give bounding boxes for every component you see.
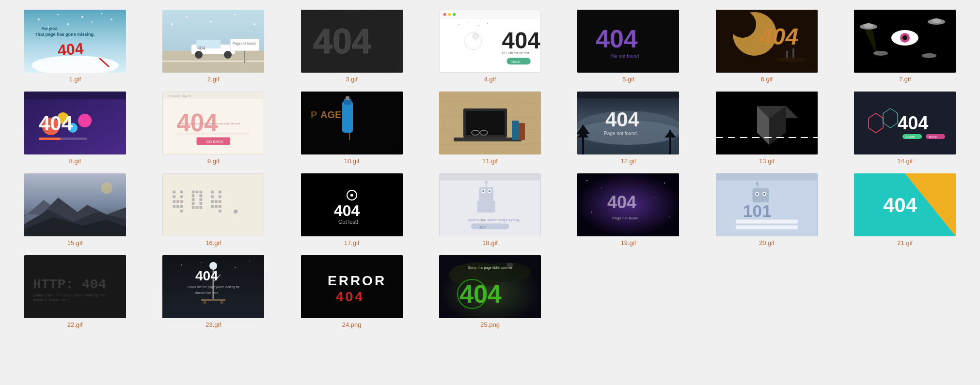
thumbnail-23[interactable]: 404 Looks like the page you're looking f… bbox=[162, 255, 264, 318]
list-item[interactable]: 404 404 3.gif bbox=[286, 10, 417, 83]
svg-point-42 bbox=[458, 24, 459, 25]
thumbnail-14[interactable]: 404 HOME BACK bbox=[854, 92, 956, 154]
list-item[interactable]: 404 21.gif bbox=[840, 173, 970, 246]
thumbnail-1[interactable]: 404 Aw jeez. That page has gone missing. bbox=[24, 10, 126, 73]
thumbnail-10[interactable]: AGE P bbox=[301, 92, 403, 154]
svg-point-221 bbox=[181, 264, 182, 265]
svg-rect-155 bbox=[192, 198, 195, 201]
svg-point-26 bbox=[186, 16, 188, 18]
svg-point-207 bbox=[763, 193, 765, 195]
thumbnail-24[interactable]: ERROR 404 bbox=[301, 255, 403, 318]
svg-text:404: 404 bbox=[334, 202, 360, 219]
svg-point-38 bbox=[453, 13, 456, 16]
thumbnail-15[interactable] bbox=[24, 173, 126, 236]
list-item[interactable]: 404 8.gif bbox=[10, 92, 140, 165]
list-item[interactable]: 404 HOME BACK 14.gif bbox=[840, 92, 970, 165]
svg-point-75 bbox=[78, 114, 92, 127]
svg-rect-191 bbox=[471, 223, 509, 229]
thumbnail-3[interactable]: 404 404 bbox=[301, 10, 403, 73]
thumbnail-17[interactable]: 404 Got lost! bbox=[301, 173, 403, 236]
svg-rect-145 bbox=[180, 195, 183, 198]
list-item[interactable]: 404 Got lost! 17.gif bbox=[286, 173, 417, 246]
list-item[interactable]: 11.gif bbox=[425, 92, 555, 165]
svg-rect-212 bbox=[736, 225, 798, 229]
list-item[interactable]: Seems like something's wrong 404 18.gif bbox=[425, 173, 555, 246]
thumbnail-12[interactable]: 404 Page not found bbox=[577, 92, 679, 154]
thumbnail-7[interactable] bbox=[854, 10, 956, 73]
svg-text:Home: Home bbox=[511, 60, 521, 63]
thumbnail-5[interactable]: 404 file not found bbox=[577, 10, 679, 73]
list-item[interactable]: HTTP: 404 Looks like the page your looki… bbox=[10, 255, 140, 328]
thumbnail-8[interactable]: 404 bbox=[24, 92, 126, 154]
list-item[interactable]: 404 Page not found 12.gif bbox=[563, 92, 694, 165]
file-label: 19.gif bbox=[621, 239, 636, 246]
thumbnail-6[interactable]: 404 bbox=[716, 10, 818, 73]
list-item[interactable]: 404 Page not found 19.gif bbox=[563, 173, 694, 246]
svg-rect-168 bbox=[219, 195, 221, 198]
svg-rect-154 bbox=[200, 194, 203, 197]
svg-rect-88 bbox=[342, 101, 353, 133]
thumbnail-21[interactable]: 404 bbox=[854, 173, 956, 236]
list-item[interactable]: 15.gif bbox=[10, 173, 140, 246]
svg-point-45 bbox=[487, 23, 488, 24]
svg-point-41 bbox=[473, 33, 479, 39]
svg-rect-142 bbox=[173, 205, 175, 208]
svg-text:404: 404 bbox=[459, 280, 502, 308]
svg-point-7 bbox=[91, 21, 93, 23]
svg-text:404: 404 bbox=[883, 194, 917, 216]
list-item[interactable]: 404 Aw jeez. That page has gone missing.… bbox=[10, 10, 140, 83]
thumbnail-20[interactable]: 101 bbox=[716, 173, 818, 236]
svg-rect-153 bbox=[192, 194, 195, 197]
svg-point-185 bbox=[489, 190, 490, 192]
thumbnail-4[interactable]: 404 UH Oh! You're lost. Home bbox=[439, 10, 541, 73]
svg-text:404 error... something went wr: 404 error... something went wrong with t… bbox=[180, 122, 240, 125]
file-label: 11.gif bbox=[482, 157, 498, 165]
svg-text:404: 404 bbox=[605, 108, 640, 131]
svg-point-19 bbox=[195, 51, 203, 59]
svg-rect-140 bbox=[173, 195, 175, 198]
svg-rect-151 bbox=[196, 190, 199, 193]
svg-rect-141 bbox=[173, 200, 175, 203]
svg-point-2 bbox=[57, 14, 59, 15]
thumbnail-9[interactable]: 404 Error Page #2 404 GO BACK 404 error.… bbox=[162, 92, 264, 154]
svg-rect-172 bbox=[215, 200, 218, 203]
svg-rect-104 bbox=[519, 123, 525, 140]
list-item[interactable]: 16.gif bbox=[148, 173, 278, 246]
svg-text:404: 404 bbox=[759, 24, 798, 49]
list-item[interactable]: 101 20.gif bbox=[701, 173, 832, 246]
list-item[interactable]: AGE P 10.gif bbox=[286, 92, 417, 165]
thumbnail-16[interactable] bbox=[162, 173, 264, 236]
svg-point-4 bbox=[101, 13, 102, 15]
svg-text:BACK: BACK bbox=[929, 136, 937, 139]
list-item[interactable]: 404 6.gif bbox=[701, 10, 832, 83]
list-item[interactable]: 404 Page not found 2.gif bbox=[148, 10, 278, 83]
list-item[interactable]: 404 Looks like the page you're looking f… bbox=[148, 255, 278, 328]
list-item[interactable]: 404 file not found 5.gif bbox=[563, 10, 694, 83]
thumbnail-22[interactable]: HTTP: 404 Looks like the page your looki… bbox=[24, 255, 126, 318]
list-item[interactable]: 13.gif bbox=[701, 92, 832, 165]
svg-point-1 bbox=[38, 18, 40, 20]
thumbnail-19[interactable]: 404 Page not found bbox=[577, 173, 679, 236]
svg-rect-157 bbox=[192, 202, 195, 205]
file-label: 13.gif bbox=[759, 157, 775, 165]
svg-rect-231 bbox=[162, 304, 264, 318]
svg-point-28 bbox=[235, 14, 236, 15]
list-item[interactable]: 7.gif bbox=[840, 10, 970, 83]
list-item[interactable]: ERROR 404 24.png bbox=[286, 255, 417, 328]
thumbnail-18[interactable]: Seems like something's wrong 404 bbox=[439, 173, 541, 236]
thumbnail-2[interactable]: 404 Page not found bbox=[162, 10, 264, 73]
svg-point-36 bbox=[443, 13, 446, 16]
svg-rect-166 bbox=[215, 205, 218, 208]
thumbnail-11[interactable] bbox=[439, 92, 541, 154]
svg-rect-160 bbox=[196, 206, 199, 209]
thumbnail-13[interactable] bbox=[716, 92, 818, 154]
list-item[interactable]: Sorry, this page didn't survive 404 25.p… bbox=[425, 255, 555, 328]
list-item[interactable]: 404 UH Oh! You're lost. Home 4.gif bbox=[425, 10, 555, 83]
thumbnail-25[interactable]: Sorry, this page didn't survive 404 bbox=[439, 255, 541, 318]
svg-point-58 bbox=[776, 57, 806, 62]
svg-text:Page not found: Page not found bbox=[233, 42, 256, 46]
svg-rect-101 bbox=[466, 111, 505, 135]
svg-rect-149 bbox=[176, 200, 179, 203]
svg-rect-228 bbox=[201, 299, 225, 301]
list-item[interactable]: 404 Error Page #2 404 GO BACK 404 error.… bbox=[148, 92, 278, 165]
